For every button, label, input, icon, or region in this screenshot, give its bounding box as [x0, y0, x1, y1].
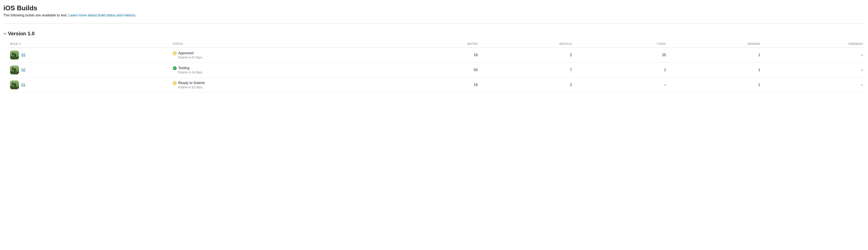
feedback-value: –: [762, 48, 865, 63]
check-icon: [173, 66, 177, 70]
status-label: Ready to Submit: [178, 81, 205, 85]
seven-days-value: –: [574, 78, 668, 92]
column-header-crashes: CRASHES: [668, 40, 762, 48]
feedback-value: –: [762, 78, 865, 92]
column-header-build-label: BUILD: [10, 43, 18, 46]
installs-value: 2: [479, 78, 574, 92]
seven-days-value: 1: [574, 63, 668, 78]
status-expires: Expires in 52 days: [178, 85, 205, 89]
chevron-down-icon: [3, 32, 6, 35]
installs-value: 7: [479, 63, 574, 78]
invites-value: 18: [385, 48, 479, 63]
column-header-feedback: FEEDBACK: [762, 40, 865, 48]
section-divider: [3, 23, 865, 24]
table-row[interactable]: 01Ready to SubmitExpires in 52 days182–1…: [8, 78, 865, 92]
invites-value: 56: [385, 63, 479, 78]
page-title: iOS Builds: [3, 4, 865, 12]
chevron-down-icon: [19, 43, 21, 45]
app-icon: [10, 65, 19, 74]
clock-icon: [173, 52, 177, 55]
page-subtitle: The following builds are available to te…: [3, 13, 865, 18]
installs-value: 2: [479, 48, 574, 63]
build-number-link[interactable]: 03: [21, 53, 25, 57]
table-header-row: BUILD STATUS INVITES INSTALLS 7 DAYS CRA…: [8, 40, 865, 48]
column-header-status: STATUS: [171, 40, 385, 48]
table-row[interactable]: 02TestingExpires in 54 days56711–: [8, 63, 865, 78]
feedback-value: –: [762, 63, 865, 78]
invites-value: 18: [385, 78, 479, 92]
version-toggle[interactable]: Version 1.0: [3, 31, 865, 36]
status-label: Approved: [178, 51, 202, 55]
column-header-7days: 7 DAYS: [574, 40, 668, 48]
crashes-value: 1: [668, 63, 762, 78]
clock-icon: [173, 81, 177, 85]
column-header-installs: INSTALLS: [479, 40, 574, 48]
status-expires: Expires in 57 days: [178, 56, 202, 59]
learn-more-link[interactable]: Learn more about build status and metric…: [69, 13, 135, 17]
subtitle-text: The following builds are available to te…: [3, 13, 69, 17]
seven-days-value: 25: [574, 48, 668, 63]
subtitle-period: .: [135, 13, 136, 17]
status-expires: Expires in 54 days: [178, 71, 202, 74]
crashes-value: 1: [668, 78, 762, 92]
version-label: Version 1.0: [8, 31, 35, 36]
column-header-build[interactable]: BUILD: [8, 40, 171, 48]
build-number-link[interactable]: 01: [21, 83, 25, 87]
builds-table: BUILD STATUS INVITES INSTALLS 7 DAYS CRA…: [8, 40, 865, 92]
app-icon: [10, 80, 19, 89]
app-icon: [10, 51, 19, 59]
table-row[interactable]: 03ApprovedExpires in 57 days182251–: [8, 48, 865, 63]
status-label: Testing: [178, 66, 202, 70]
column-header-invites: INVITES: [385, 40, 479, 48]
build-number-link[interactable]: 02: [21, 68, 25, 72]
crashes-value: 1: [668, 48, 762, 63]
